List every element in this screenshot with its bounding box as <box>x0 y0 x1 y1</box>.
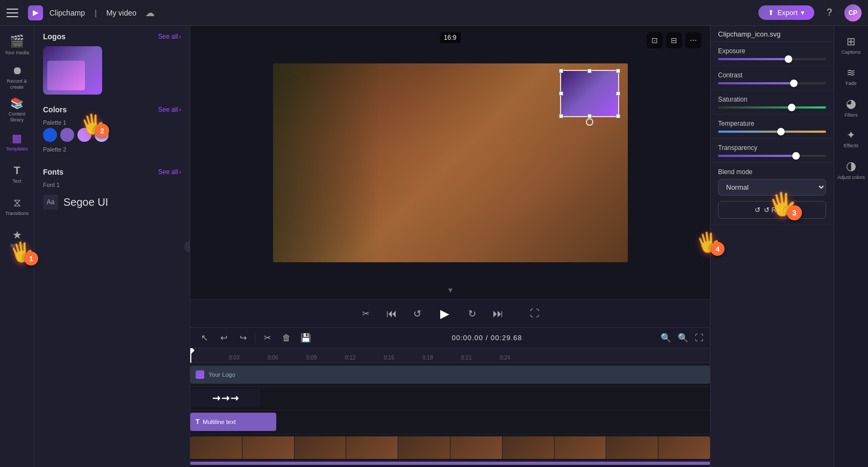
temperature-slider[interactable] <box>718 131 826 133</box>
temperature-thumb[interactable] <box>777 128 785 135</box>
fullscreen-button[interactable]: ⛶ <box>526 305 543 322</box>
logo-thumbnail[interactable] <box>43 46 102 95</box>
reset-button[interactable]: ↺ ↺ Reset <box>718 201 826 219</box>
colors-title: Colors <box>43 105 67 114</box>
logos-see-all[interactable]: See all › <box>158 33 181 40</box>
undo-button[interactable]: ↩ <box>216 331 231 346</box>
more-options-button[interactable]: ··· <box>685 32 701 48</box>
video-clip[interactable] <box>190 436 710 459</box>
far-right-effects[interactable]: ✦ Effects <box>836 124 866 154</box>
resize-handle-lm[interactable] <box>559 91 563 96</box>
resize-handle-bm[interactable] <box>587 114 592 118</box>
timeline-tracks: Your Logo ↗ ↗ ↗ <box>190 363 710 467</box>
content-library-icon: 📚 <box>10 97 24 110</box>
contrast-section: Contrast <box>711 66 834 90</box>
arrows-track-content: ↗ ↗ ↗ <box>190 387 710 410</box>
blend-mode-section: Blend mode Normal Multiply Screen Overla… <box>711 163 834 225</box>
crop-button[interactable]: ⊡ <box>647 32 663 48</box>
transitions-label: Transitions <box>5 211 29 217</box>
color-dot-4[interactable] <box>95 128 109 142</box>
sidebar-item-record-create[interactable]: ⏺ Record & create <box>2 62 32 92</box>
panel-collapse-button[interactable]: ‹ <box>184 241 190 253</box>
logos-section: Logos See all › <box>34 26 190 99</box>
video-title[interactable]: My video <box>106 9 137 17</box>
logo-thumb-inner <box>47 61 85 90</box>
zoom-in-button[interactable]: 🔍 <box>678 333 688 343</box>
sidebar-item-templates[interactable]: ▦ Templates <box>2 127 32 157</box>
pip-button[interactable]: ⊟ <box>666 32 682 48</box>
cut-button[interactable]: ✂ <box>260 331 275 346</box>
contrast-slider[interactable] <box>718 82 826 84</box>
forward-button[interactable]: ↻ <box>464 305 481 322</box>
content-library-label: Content library <box>2 111 32 123</box>
timeline-area: ↖ ↩ ↪ ✂ 🗑 💾 00:00.00 / 00:29.68 🔍 🔍 ⛶ 0:… <box>190 327 710 467</box>
user-avatar[interactable]: CP <box>844 4 862 21</box>
rotate-handle[interactable] <box>586 118 593 126</box>
arrows-clip[interactable]: ↗ ↗ ↗ <box>190 389 260 407</box>
timeline-pointer-tool[interactable]: ↖ <box>197 331 212 346</box>
effects-label: Effects <box>844 143 858 149</box>
sidebar-item-text[interactable]: T Text <box>2 159 32 189</box>
saturation-thumb[interactable] <box>788 104 795 111</box>
far-right-captions[interactable]: ⊞ Captions <box>836 30 866 60</box>
multiline-clip[interactable]: T Multiline text <box>190 413 276 431</box>
blend-mode-select[interactable]: Normal Multiply Screen Overlay <box>718 179 826 196</box>
color-dot-2[interactable] <box>60 128 74 142</box>
resize-handle-tr[interactable] <box>616 69 620 73</box>
colors-see-all[interactable]: See all › <box>158 106 181 113</box>
magic-crop-button[interactable]: ✂ <box>357 305 375 322</box>
sidebar-item-brand[interactable]: ★ Brand <box>2 224 32 254</box>
saturation-slider[interactable] <box>718 106 826 109</box>
reset-icon: ↺ <box>755 206 761 214</box>
palette-1-colors <box>43 128 181 142</box>
delete-button[interactable]: 🗑 <box>279 331 294 346</box>
fonts-see-all[interactable]: See all › <box>158 168 181 176</box>
export-button[interactable]: ⬆ Export ▾ <box>758 5 814 20</box>
resize-handle-br[interactable] <box>616 114 620 118</box>
transparency-slider[interactable] <box>718 155 826 157</box>
menu-button[interactable] <box>6 5 21 20</box>
timeline-ruler: 0:03 0:06 0:09 0:12 0:15 0:18 0:21 0:24 <box>190 348 710 363</box>
adjust-colors-label: Adjust colors <box>837 175 865 181</box>
arrows-track: ↗ ↗ ↗ <box>190 387 710 411</box>
aspect-ratio-badge: 16:9 <box>440 32 461 43</box>
zoom-out-button[interactable]: 🔍 <box>661 333 671 343</box>
sidebar-item-content-library[interactable]: 📚 Content library <box>2 95 32 125</box>
color-dot-1[interactable] <box>43 128 57 142</box>
resize-handle-rm[interactable] <box>616 91 620 96</box>
transparency-section: Transparency <box>711 139 834 163</box>
logo-clip[interactable]: Your Logo <box>190 365 710 384</box>
exposure-thumb[interactable] <box>785 55 792 63</box>
exposure-slider[interactable] <box>718 58 826 60</box>
timeline-expand-button[interactable]: ⛶ <box>695 333 704 343</box>
expand-button[interactable]: ▾ <box>448 285 453 295</box>
redo-button[interactable]: ↪ <box>235 331 250 346</box>
palette-2-label: Palette 2 <box>43 146 181 153</box>
transparency-thumb[interactable] <box>792 152 800 160</box>
skip-back-button[interactable]: ⏮ <box>383 305 400 322</box>
skip-forward-button[interactable]: ⏭ <box>490 305 507 322</box>
resize-handle-tl[interactable] <box>559 69 563 73</box>
effects-icon: ✦ <box>847 128 856 141</box>
far-right-filters[interactable]: ◕ Filters <box>836 92 866 123</box>
brand-icon: ★ <box>12 228 22 241</box>
transitions-icon: ⧖ <box>13 197 21 209</box>
save-button[interactable]: 💾 <box>298 331 313 346</box>
resize-handle-tm[interactable] <box>587 69 592 73</box>
sidebar-item-transitions[interactable]: ⧖ Transitions <box>2 191 32 221</box>
sidebar-item-your-media[interactable]: 🎬 Your media <box>2 30 32 60</box>
help-button[interactable]: ? <box>821 4 838 21</box>
contrast-thumb[interactable] <box>790 80 798 87</box>
brand-panel: Logos See all › Colors See all › Palette <box>34 26 190 467</box>
color-dot-3[interactable] <box>77 128 91 142</box>
rewind-button[interactable]: ↺ <box>409 305 426 322</box>
font-item[interactable]: Aa Segoe UI <box>43 191 181 213</box>
logo-overlay[interactable] <box>560 70 619 117</box>
your-media-icon: 🎬 <box>10 34 24 48</box>
reset-label: ↺ Reset <box>764 206 790 214</box>
play-button[interactable]: ▶ <box>435 304 455 324</box>
resize-handle-bl[interactable] <box>559 114 563 118</box>
far-right-fade[interactable]: ≋ Fade <box>836 61 866 91</box>
far-right-adjust-colors[interactable]: ◑ Adjust colors <box>836 155 866 185</box>
export-chevron: ▾ <box>801 9 805 17</box>
